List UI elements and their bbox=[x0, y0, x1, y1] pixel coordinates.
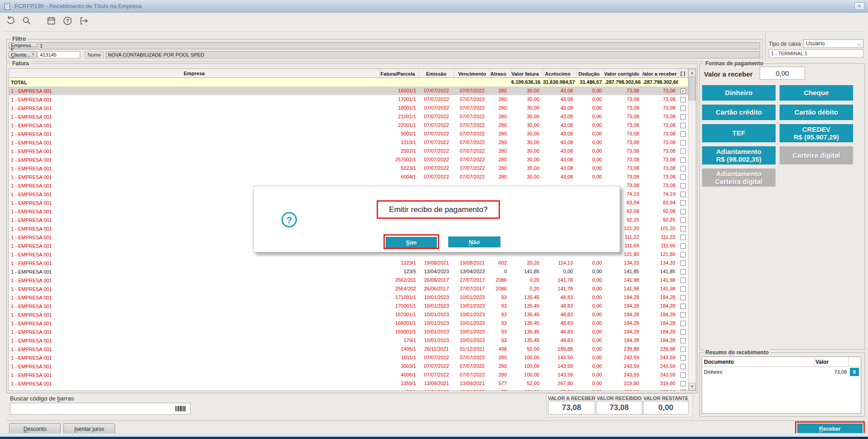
table-row[interactable]: 1 - EMPRESA 00121001/107/07/202207/07/20… bbox=[9, 112, 688, 121]
row-checkbox[interactable] bbox=[680, 261, 686, 266]
column-header[interactable]: Vencimento bbox=[454, 69, 490, 77]
cliente-field[interactable]: 413145 bbox=[38, 51, 80, 58]
row-checkbox[interactable] bbox=[680, 286, 686, 292]
table-row[interactable]: 1 - EMPRESA 001168001/110/01/202310/01/2… bbox=[9, 319, 688, 328]
table-row[interactable]: 1 - EMPRESA 0016004/107/07/202207/07/202… bbox=[9, 173, 688, 181]
row-checkbox[interactable] bbox=[680, 269, 686, 275]
row-checkbox[interactable] bbox=[680, 97, 686, 102]
table-row[interactable]: 1 - EMPRESA 001123/513/04/202313/04/2023… bbox=[9, 267, 688, 276]
table-row[interactable]: 1 - EMPRESA 001167001/110/01/202310/01/2… bbox=[9, 310, 688, 319]
row-checkbox[interactable] bbox=[680, 364, 686, 369]
table-row[interactable]: 1 - EMPRESA 00116001/107/07/202207/07/20… bbox=[9, 87, 688, 95]
row-checkbox[interactable] bbox=[680, 192, 686, 197]
scroll-down-icon[interactable]: ▼ bbox=[689, 383, 696, 391]
table-row[interactable]: 1 - EMPRESA 00117001/107/07/202207/07/20… bbox=[9, 95, 688, 104]
row-checkbox[interactable] bbox=[680, 123, 686, 128]
table-row[interactable]: 1 - EMPRESA 00118001/107/07/202207/07/20… bbox=[9, 104, 688, 112]
dinheiro-button[interactable]: Dinheiro bbox=[702, 85, 776, 101]
table-row[interactable]: 1 - EMPRESA 0011011/107/07/202207/07/202… bbox=[9, 353, 688, 362]
row-checkbox[interactable] bbox=[680, 200, 686, 206]
table-row[interactable]: 1 - EMPRESA 0012002/107/07/202207/07/202… bbox=[9, 147, 688, 155]
help-icon[interactable]: ? bbox=[62, 15, 73, 27]
table-row[interactable]: 1 - EMPRESA 0011359/113/09/202113/09/202… bbox=[9, 379, 688, 388]
table-row[interactable]: 1 - EMPRESA 0011323/119/08/202119/08/202… bbox=[9, 259, 688, 267]
undo-icon[interactable] bbox=[5, 15, 16, 27]
row-checkbox[interactable] bbox=[680, 329, 686, 335]
column-header[interactable]: Atraso bbox=[490, 69, 511, 77]
row-checkbox[interactable] bbox=[680, 106, 686, 111]
table-row[interactable]: 1 - EMPRESA 001400/110/01/202315/02/2023… bbox=[9, 388, 688, 391]
table-row[interactable]: 1 - EMPRESA 0012564/20226/06/201727/07/2… bbox=[9, 285, 688, 293]
column-header[interactable]: Dedução bbox=[577, 69, 605, 77]
row-checkbox[interactable] bbox=[680, 381, 686, 386]
row-checkbox[interactable] bbox=[680, 217, 686, 223]
table-row[interactable]: 1 - EMPRESA 0013003/107/07/202207/07/202… bbox=[9, 362, 688, 371]
row-checkbox[interactable] bbox=[680, 243, 686, 249]
receber-button[interactable]: Receber bbox=[797, 424, 863, 434]
row-checkbox[interactable]: ✓ bbox=[680, 88, 686, 94]
table-row[interactable]: 1 - EMPRESA 0012562/20126/06/201727/07/2… bbox=[9, 276, 688, 285]
cliente-button[interactable]: Cliente... * bbox=[9, 51, 37, 58]
row-checkbox[interactable] bbox=[680, 174, 686, 180]
empresa-field[interactable]: 1 bbox=[38, 42, 760, 49]
scroll-up-icon[interactable]: ▲ bbox=[689, 69, 696, 77]
column-header[interactable]: Valor corrigido bbox=[605, 69, 643, 77]
row-checkbox[interactable] bbox=[680, 304, 686, 309]
tef-button[interactable]: TEF bbox=[702, 124, 776, 142]
table-row[interactable]: 1 - EMPRESA 001179/110/01/202310/01/2023… bbox=[9, 336, 688, 345]
row-checkbox[interactable] bbox=[680, 355, 686, 361]
row-checkbox[interactable] bbox=[680, 183, 686, 188]
column-header[interactable]: Acréscimo bbox=[543, 69, 577, 77]
row-checkbox[interactable] bbox=[680, 321, 686, 326]
search-icon[interactable] bbox=[21, 15, 33, 27]
row-checkbox[interactable] bbox=[680, 140, 686, 145]
table-row[interactable]: 1 - EMPRESA 00122001/107/07/202207/07/20… bbox=[9, 121, 688, 130]
column-header[interactable]: Valor a receber bbox=[643, 69, 678, 77]
table-row[interactable]: 1 - EMPRESA 0011495/126/11/202101/12/202… bbox=[9, 345, 688, 353]
nao-button[interactable]: Não bbox=[448, 236, 500, 247]
table-row[interactable]: 1 - EMPRESA 001169001/110/01/202310/01/2… bbox=[9, 328, 688, 336]
exit-icon[interactable] bbox=[78, 15, 90, 27]
adiantamento-button[interactable]: Adiantamento R$ (98.002,35) bbox=[702, 146, 776, 164]
row-checkbox[interactable] bbox=[680, 235, 686, 240]
calendar-icon[interactable] bbox=[45, 15, 57, 27]
row-checkbox[interactable] bbox=[680, 166, 686, 171]
scrollbar-thumb[interactable] bbox=[689, 77, 696, 101]
row-checkbox[interactable] bbox=[680, 372, 686, 378]
row-checkbox[interactable] bbox=[680, 252, 686, 257]
table-scrollbar[interactable]: ▲ ▼ bbox=[688, 69, 696, 391]
row-checkbox[interactable] bbox=[680, 347, 686, 352]
row-checkbox[interactable] bbox=[680, 338, 686, 343]
row-checkbox[interactable] bbox=[680, 114, 686, 120]
credev-button[interactable]: CREDEV R$ (95.907,29) bbox=[780, 124, 853, 142]
column-header[interactable]: Valor fatura bbox=[511, 69, 543, 77]
cartao-debito-button[interactable]: Cartão débito bbox=[780, 105, 853, 120]
table-row[interactable]: 1 - EMPRESA 001171001/110/01/202310/01/2… bbox=[9, 293, 688, 302]
row-checkbox[interactable] bbox=[680, 312, 686, 318]
row-checkbox[interactable] bbox=[680, 278, 686, 283]
cartao-credito-button[interactable]: Cartão crédito bbox=[702, 105, 776, 120]
sim-button[interactable]: Sim bbox=[386, 237, 437, 248]
row-checkbox[interactable] bbox=[680, 157, 686, 163]
column-header[interactable]: [ ] bbox=[678, 69, 688, 77]
barcode-input[interactable] bbox=[10, 403, 190, 415]
row-checkbox[interactable] bbox=[680, 209, 686, 214]
row-checkbox[interactable] bbox=[680, 149, 686, 154]
valor-a-receber-input[interactable]: 0,00 bbox=[760, 67, 805, 80]
cheque-button[interactable]: Cheque bbox=[780, 85, 853, 101]
tipo-caixa-select[interactable]: Usuário bbox=[803, 39, 863, 48]
table-row[interactable]: 1 - EMPRESA 0014006/107/07/202207/07/202… bbox=[9, 371, 688, 379]
table-row[interactable]: 1 - EMPRESA 0019002/107/07/202207/07/202… bbox=[9, 130, 688, 138]
row-checkbox[interactable] bbox=[680, 131, 686, 137]
table-row[interactable]: 1 - EMPRESA 001257002/107/07/202207/07/2… bbox=[9, 155, 688, 164]
row-checkbox[interactable] bbox=[680, 226, 686, 232]
close-icon[interactable]: ✕ bbox=[854, 2, 864, 10]
row-checkbox[interactable] bbox=[680, 295, 686, 300]
empresa-button[interactable]: Empresa... * bbox=[9, 42, 37, 49]
table-row[interactable]: 1 - EMPRESA 0011010/107/07/202207/07/202… bbox=[9, 138, 688, 147]
row-checkbox[interactable] bbox=[680, 390, 686, 391]
column-header[interactable]: Emissão bbox=[419, 69, 454, 77]
column-header[interactable]: Empresa bbox=[9, 69, 380, 77]
table-row[interactable]: 1 - EMPRESA 0015023/107/07/202207/07/202… bbox=[9, 164, 688, 173]
remove-payment-button[interactable]: X bbox=[850, 368, 859, 376]
